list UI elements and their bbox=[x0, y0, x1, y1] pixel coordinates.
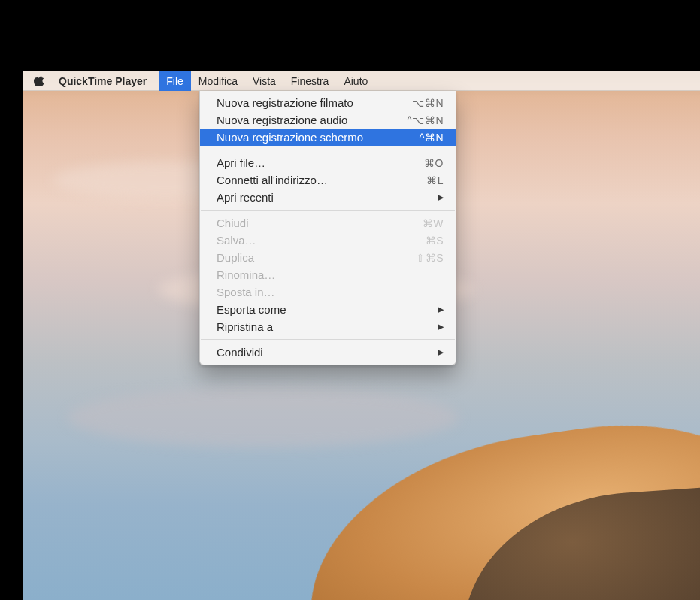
menu-item-label: Nuova registrazione audio bbox=[217, 114, 407, 126]
menu-item-label: Condividi bbox=[217, 346, 430, 359]
menu-item-new-audio-recording[interactable]: Nuova registrazione audio^⌥⌘N bbox=[200, 111, 456, 129]
submenu-arrow-icon: ▶ bbox=[438, 347, 444, 357]
menu-item-label: Rinomina… bbox=[217, 268, 444, 281]
menu-title-file[interactable]: File bbox=[159, 71, 191, 91]
menu-item-label: Nuova registrazione filmato bbox=[217, 96, 412, 109]
menu-separator bbox=[201, 339, 455, 340]
device-bezel: QuickTime Player File Modifica Vista Fin… bbox=[0, 0, 700, 600]
submenu-arrow-icon: ▶ bbox=[438, 192, 444, 202]
menu-title-finestra[interactable]: Finestra bbox=[283, 71, 337, 91]
menu-item-shortcut: ⌘L bbox=[426, 174, 444, 186]
menu-title-vista[interactable]: Vista bbox=[245, 71, 283, 91]
menu-item-shortcut: ⌘S bbox=[426, 235, 444, 247]
submenu-arrow-icon: ▶ bbox=[438, 305, 444, 314]
cloud-decoration bbox=[68, 387, 459, 447]
menu-item-label: Sposta in… bbox=[217, 286, 444, 298]
menu-item-move-to: Sposta in… bbox=[200, 283, 456, 301]
app-name[interactable]: QuickTime Player bbox=[56, 75, 150, 87]
menu-separator bbox=[201, 150, 455, 150]
menu-title-aiuto[interactable]: Aiuto bbox=[336, 71, 375, 91]
menu-item-connect-address[interactable]: Connetti all'indirizzo…⌘L bbox=[200, 171, 456, 189]
menu-item-open-recent[interactable]: Apri recenti▶ bbox=[200, 189, 456, 206]
menu-item-close: Chiudi⌘W bbox=[200, 214, 456, 232]
menu-item-label: Ripristina a bbox=[217, 320, 430, 333]
menu-item-label: Duplica bbox=[217, 251, 416, 264]
menu-item-shortcut: ^⌥⌘N bbox=[407, 114, 444, 126]
menu-item-label: Chiudi bbox=[217, 217, 423, 229]
menu-item-shortcut: ⌘O bbox=[424, 157, 444, 169]
menu-item-new-screen-recording[interactable]: Nuova registrazione schermo^⌘N bbox=[200, 129, 456, 146]
menu-item-shortcut: ⌥⌘N bbox=[412, 97, 444, 109]
apple-menu-icon[interactable] bbox=[33, 75, 45, 87]
menu-item-label: Esporta come bbox=[217, 303, 430, 316]
file-menu-dropdown: Nuova registrazione filmato⌥⌘NNuova regi… bbox=[199, 91, 456, 365]
submenu-arrow-icon: ▶ bbox=[438, 322, 444, 332]
menu-item-shortcut: ⇧⌘S bbox=[416, 252, 444, 264]
menu-item-label: Connetti all'indirizzo… bbox=[217, 174, 426, 186]
menu-item-label: Nuova registrazione schermo bbox=[217, 131, 420, 144]
menu-separator bbox=[201, 210, 455, 211]
menu-item-label: Salva… bbox=[217, 234, 426, 247]
desktop-screen: QuickTime Player File Modifica Vista Fin… bbox=[23, 71, 700, 600]
menu-item-open-file[interactable]: Apri file…⌘O bbox=[200, 154, 456, 171]
menu-item-shortcut: ⌘W bbox=[423, 217, 444, 229]
menu-title-modifica[interactable]: Modifica bbox=[191, 71, 245, 91]
menu-item-save: Salva…⌘S bbox=[200, 232, 456, 249]
menu-item-rename: Rinomina… bbox=[200, 266, 456, 283]
menu-item-revert-to[interactable]: Ripristina a▶ bbox=[200, 318, 456, 335]
menu-item-share[interactable]: Condividi▶ bbox=[200, 344, 456, 361]
menu-bar: QuickTime Player File Modifica Vista Fin… bbox=[23, 71, 700, 91]
menu-item-label: Apri recenti bbox=[217, 191, 430, 204]
menu-item-export-as[interactable]: Esporta come▶ bbox=[200, 301, 456, 318]
menu-item-new-movie-recording[interactable]: Nuova registrazione filmato⌥⌘N bbox=[200, 94, 456, 111]
menu-item-duplicate: Duplica⇧⌘S bbox=[200, 249, 456, 266]
menu-item-label: Apri file… bbox=[217, 156, 424, 169]
menu-item-shortcut: ^⌘N bbox=[420, 132, 444, 144]
